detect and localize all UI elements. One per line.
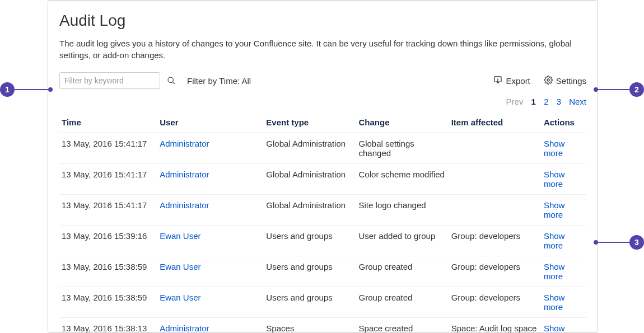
page-title: Audit Log [59, 12, 586, 30]
cell-item-affected: Group: developers [449, 287, 542, 318]
cell-event-type: Global Administration [264, 164, 356, 195]
page-description: The audit log gives you a history of cha… [59, 37, 586, 61]
cell-time: 13 May, 2016 15:38:59 [59, 287, 157, 318]
header-item-affected: Item affected [449, 112, 542, 133]
user-link[interactable]: Administrator [160, 170, 209, 179]
table-row: 13 May, 2016 15:38:13AdministratorSpaces… [59, 318, 586, 334]
cell-time: 13 May, 2016 15:38:59 [59, 256, 157, 287]
cell-item-affected: Group: developers [449, 226, 542, 256]
cell-event-type: Users and groups [264, 287, 356, 318]
user-link[interactable]: Ewan User [160, 231, 200, 241]
table-row: 13 May, 2016 15:41:17AdministratorGlobal… [59, 164, 586, 195]
filter-time-label[interactable]: Filter by Time: All [187, 76, 251, 86]
show-more-link[interactable]: Show more [544, 200, 565, 219]
cell-change: Global settings changed [357, 133, 449, 164]
cell-event-type: Users and groups [264, 226, 356, 256]
export-button[interactable]: Export [493, 76, 530, 86]
user-link[interactable]: Ewan User [160, 293, 200, 302]
pagination-page-1[interactable]: 1 [531, 97, 536, 106]
show-more-link[interactable]: Show more [544, 170, 565, 189]
cell-time: 13 May, 2016 15:38:13 [59, 318, 157, 334]
cell-event-type: Global Administration [264, 195, 356, 226]
cell-change: User added to group [357, 226, 449, 256]
user-link[interactable]: Administrator [160, 323, 209, 333]
cell-change: Site logo changed [357, 195, 449, 226]
user-link[interactable]: Ewan User [160, 262, 200, 271]
cell-time: 13 May, 2016 15:41:17 [59, 164, 157, 195]
cell-event-type: Global Administration [264, 133, 356, 164]
callout-1: 1 [0, 82, 53, 97]
cell-change: Space created [357, 318, 449, 334]
callout-2: 2 [594, 82, 644, 97]
pagination-page-3[interactable]: 3 [557, 97, 561, 106]
search-icon[interactable] [166, 75, 177, 86]
show-more-link[interactable]: Show more [544, 262, 565, 281]
table-row: 13 May, 2016 15:41:17AdministratorGlobal… [59, 133, 586, 164]
table-row: 13 May, 2016 15:38:59Ewan UserUsers and … [59, 287, 586, 318]
cell-event-type: Spaces [264, 318, 356, 334]
settings-button[interactable]: Settings [544, 76, 586, 86]
settings-label: Settings [556, 76, 586, 86]
cell-item-affected: Group: developers [449, 256, 542, 287]
pagination-next[interactable]: Next [569, 97, 586, 106]
header-time: Time [59, 112, 157, 133]
cell-change: Group created [357, 256, 449, 287]
cell-time: 13 May, 2016 15:39:16 [59, 226, 157, 256]
show-more-link[interactable]: Show more [544, 293, 565, 312]
callout-bubble-1: 1 [0, 82, 15, 97]
export-icon [493, 76, 502, 86]
cell-item-affected: Space: Audit log space [449, 318, 542, 334]
export-label: Export [506, 76, 530, 86]
toolbar: Filter by Time: All Export Settings [59, 72, 586, 89]
pagination: Prev 1 2 3 Next [59, 97, 586, 106]
filter-keyword-input[interactable] [59, 72, 160, 89]
header-event-type: Event type [264, 112, 356, 133]
pagination-prev: Prev [506, 97, 524, 106]
cell-change: Color scheme modified [357, 164, 449, 195]
cell-change: Group created [357, 287, 449, 318]
show-more-link[interactable]: Show more [544, 231, 565, 250]
table-row: 13 May, 2016 15:41:17AdministratorGlobal… [59, 195, 586, 226]
svg-point-0 [168, 77, 173, 82]
cell-item-affected [449, 164, 542, 195]
table-row: 13 May, 2016 15:39:16Ewan UserUsers and … [59, 226, 586, 256]
show-more-link[interactable]: Show more [544, 323, 565, 333]
callout-bubble-2: 2 [629, 82, 644, 97]
header-actions: Actions [542, 112, 586, 133]
pagination-page-2[interactable]: 2 [544, 97, 548, 106]
table-row: 13 May, 2016 15:38:59Ewan UserUsers and … [59, 256, 586, 287]
cell-item-affected [449, 195, 542, 226]
cell-item-affected [449, 133, 542, 164]
callout-3: 3 [594, 235, 644, 250]
show-more-link[interactable]: Show more [544, 139, 565, 158]
header-change: Change [357, 112, 449, 133]
cell-time: 13 May, 2016 15:41:17 [59, 133, 157, 164]
user-link[interactable]: Administrator [160, 200, 209, 210]
svg-point-4 [547, 79, 549, 81]
header-user: User [157, 112, 264, 133]
audit-log-panel: Audit Log The audit log gives you a hist… [48, 0, 598, 333]
cell-event-type: Users and groups [264, 256, 356, 287]
svg-line-1 [172, 82, 175, 84]
cell-time: 13 May, 2016 15:41:17 [59, 195, 157, 226]
audit-log-table: Time User Event type Change Item affecte… [59, 112, 586, 333]
user-link[interactable]: Administrator [160, 139, 209, 148]
gear-icon [544, 76, 553, 86]
callout-bubble-3: 3 [629, 235, 644, 250]
